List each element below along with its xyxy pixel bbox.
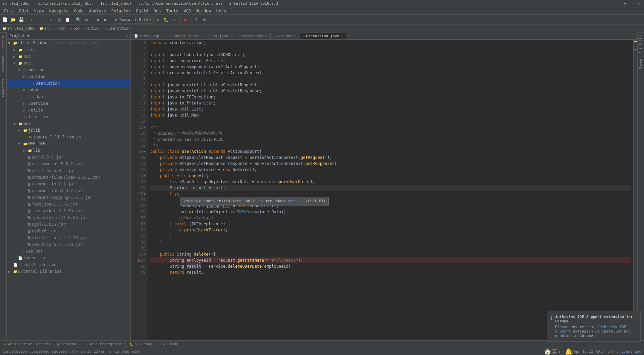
tree-item-lib[interactable]: ▼ 📁 lib — [7, 147, 130, 154]
menu-tools[interactable]: Tools — [164, 7, 181, 15]
window-controls[interactable]: ─ □ ✕ — [623, 1, 641, 6]
tree-item-struts2core[interactable]: 🗜 struts2-core-2.3.20.jar — [7, 234, 130, 241]
tab-dbutil[interactable]: ☕ DBUtil.java ✕ — [166, 33, 204, 39]
menu-run[interactable]: Run — [151, 7, 164, 15]
copy-btn[interactable]: ⎘ — [56, 16, 63, 24]
tree-item-web[interactable]: ▼ 📁 web — [7, 120, 130, 127]
menu-analyze[interactable]: Analyze — [86, 7, 109, 15]
tree-item-commons-fileupload[interactable]: 🗜 commons-fileupload-1.3.1.jar — [7, 174, 130, 181]
close-tab-indexjsp[interactable]: ✕ — [161, 34, 162, 38]
maximize-button[interactable]: □ — [629, 1, 635, 6]
tree-item-src[interactable]: ▼ 📁 src — [7, 60, 130, 66]
help-btn[interactable]: ? — [193, 16, 200, 24]
nav-struts2-jdbc[interactable]: 📁 struts2_jdbc — [3, 26, 34, 31]
tab-webxml[interactable]: ✦ web.xml ✕ — [271, 33, 300, 39]
nav-leo[interactable]: ○ leo — [70, 26, 79, 31]
project-dropdown[interactable]: Project ▼ — [9, 34, 30, 38]
tree-item-commons-logging[interactable]: 🗜 commons-logging-1.1.3.jar — [7, 194, 130, 201]
tree-item-asm[interactable]: 🗜 asm-5.0.2.jar — [7, 154, 130, 161]
tree-item-comleo[interactable]: ▼ ○ com.leo — [7, 66, 130, 73]
tree-item-freemarker[interactable]: 🗜 freemarker-2.3.19.jar — [7, 208, 130, 214]
ant-build-btn[interactable]: Ant Build — [638, 32, 644, 56]
tree-item-useraction[interactable]: · ☕ UserAction — [7, 80, 130, 87]
tree-item-webxml[interactable]: ✦ web.xml — [7, 248, 130, 255]
menu-view[interactable]: View — [32, 7, 47, 15]
close-tab-dao[interactable]: ✕ — [229, 34, 231, 38]
menu-navigate[interactable]: Navigate — [47, 7, 71, 15]
jb-notification-link[interactable]: JetBrains IDE Support — [555, 325, 626, 334]
tree-item-indexjsp[interactable]: 📄 index.jsp — [7, 255, 130, 261]
tree-item-dao[interactable]: ▼ ○ dao — [7, 87, 130, 93]
tree-item-idea[interactable]: ▶ 📁 .idea — [7, 46, 130, 53]
search-btn[interactable]: 🔍 — [75, 16, 82, 24]
tab-dao[interactable]: ☕ Dao.java ✕ — [204, 33, 235, 39]
nav-src[interactable]: 📁 src — [39, 26, 51, 31]
tree-item-fastjson[interactable]: 🗜 fastjson-1.1.41.jar — [7, 201, 130, 208]
forward-btn[interactable]: ▶ — [102, 16, 109, 24]
coverage-btn[interactable]: ▷ — [170, 16, 178, 24]
nav-useraction[interactable]: C UserAction — [105, 26, 130, 31]
close-tab-strutsxml[interactable]: ✕ — [265, 34, 267, 38]
menu-file[interactable]: File — [1, 7, 16, 15]
structure-tool-btn[interactable]: Structure — [0, 52, 6, 76]
tree-item-external-libs[interactable]: ▶ 📁 External Libraries — [7, 268, 130, 275]
tree-item-jslib[interactable]: ▼ 📁 jslib — [7, 127, 130, 134]
paste-btn[interactable]: 📋 — [64, 16, 71, 24]
tree-item-commons-io[interactable]: 🗜 commons-io-2.2.jar — [7, 181, 130, 187]
close-tab-dbutil[interactable]: ✕ — [198, 34, 200, 38]
sidebar-settings-btn[interactable]: ⚙ — [126, 34, 128, 38]
tree-item-iml[interactable]: 📄 struts2_jdbc.iml — [7, 261, 130, 268]
new-project-btn[interactable]: 📄 — [1, 16, 9, 24]
menu-build[interactable]: Build — [133, 7, 151, 15]
nav-action[interactable]: ○ action — [84, 26, 101, 31]
tree-item-webinf[interactable]: ▼ 📁 WEB-INF — [7, 140, 130, 147]
code-editor[interactable]: 1 2 3 4 5 6 7 8 9 10 11 12 13 14 15▼ 16 — [131, 40, 637, 340]
menu-help[interactable]: Help — [214, 7, 229, 15]
cut-btn[interactable]: ✂ — [48, 16, 55, 24]
tree-item-asm-commons[interactable]: 🗜 asm-commons-5.0.2.jar — [7, 161, 130, 167]
tree-item-ojdbc[interactable]: 🗜 ojdbc6.jar — [7, 228, 130, 234]
project-tool-btn[interactable]: Project — [0, 32, 6, 52]
tree-item-xworkcore[interactable]: 🗜 xwork-core-2.3.20.jar — [7, 241, 130, 248]
run-config[interactable]: ▶ Tomcat 7.0.70 ▼ — [113, 16, 154, 24]
run-btn[interactable]: ▶ — [154, 16, 162, 24]
tab-application-servers[interactable]: 🖥 Application Servers — [0, 341, 54, 348]
tab-terminal[interactable]: ▣ Terminal — [54, 341, 82, 348]
code-content[interactable]: package com.leo.action; import com.aliba… — [148, 40, 633, 340]
tree-item-service[interactable]: ▶ ○ service — [7, 100, 130, 107]
tree-item-ognl[interactable]: 🗜 ognl-3.0.6.jar — [7, 221, 130, 228]
menu-refactor[interactable]: Refactor — [109, 7, 133, 15]
menu-code[interactable]: Code — [71, 7, 87, 15]
close-tab-useraction[interactable]: ✕ — [341, 35, 342, 38]
event-log-btn[interactable]: Event Log — [621, 349, 641, 354]
settings-btn[interactable]: ⚙ — [201, 16, 208, 24]
close-button[interactable]: ✕ — [636, 1, 641, 6]
minimize-button[interactable]: ─ — [623, 1, 628, 6]
tab-java-enterprise[interactable]: ☕ Java Enterprise — [82, 341, 126, 348]
undo-btn[interactable]: ↩ — [29, 16, 36, 24]
redo-btn[interactable]: ↪ — [37, 16, 44, 24]
stop-btn[interactable]: ■ — [181, 16, 189, 24]
tooltip-more-link[interactable]: more... — [288, 199, 303, 203]
tab-debug[interactable]: 🐛 5: Debug — [126, 341, 156, 348]
save-btn[interactable]: 💾 — [17, 16, 25, 24]
tree-item-action[interactable]: ▼ ○ action — [7, 73, 130, 80]
tree-item-utils[interactable]: ▶ ○ utils — [7, 107, 130, 114]
tree-item-strutsxml[interactable]: · ✦ struts.xml — [7, 114, 130, 120]
menu-window[interactable]: Window — [194, 7, 213, 15]
tab-useraction[interactable]: ☕ UserAction.java ✕ — [300, 33, 346, 39]
tree-item-dao-class[interactable]: · ☕ Dao — [7, 93, 130, 100]
maven-projects-btn[interactable]: Maven — [638, 56, 644, 72]
tree-item-asm-tree[interactable]: 🗜 asm-tree-5.0.2.jar — [7, 167, 130, 174]
close-tab-webxml[interactable]: ✕ — [294, 34, 296, 38]
find-btn[interactable]: ◎ — [83, 16, 90, 24]
tree-item-javassist[interactable]: 🗜 javassist-3.11.0.GA.jar — [7, 214, 130, 221]
menu-edit[interactable]: Edit — [16, 7, 32, 15]
tree-item-root[interactable]: ▼ 📁 struts2_jdbc E:\intellij\struts2_jdb… — [7, 40, 130, 46]
tab-strutsxml[interactable]: ✦ struts.xml ✕ — [235, 33, 271, 39]
nav-com[interactable]: ○ com — [55, 26, 65, 31]
tab-indexjsp[interactable]: 📄 index.jsp ✕ — [131, 33, 166, 39]
favorites-tool-btn[interactable]: Favorites — [0, 76, 6, 100]
menu-vcs[interactable]: VCS — [181, 7, 194, 15]
tab-todo[interactable]: ☑ 6: TODO — [156, 341, 182, 348]
